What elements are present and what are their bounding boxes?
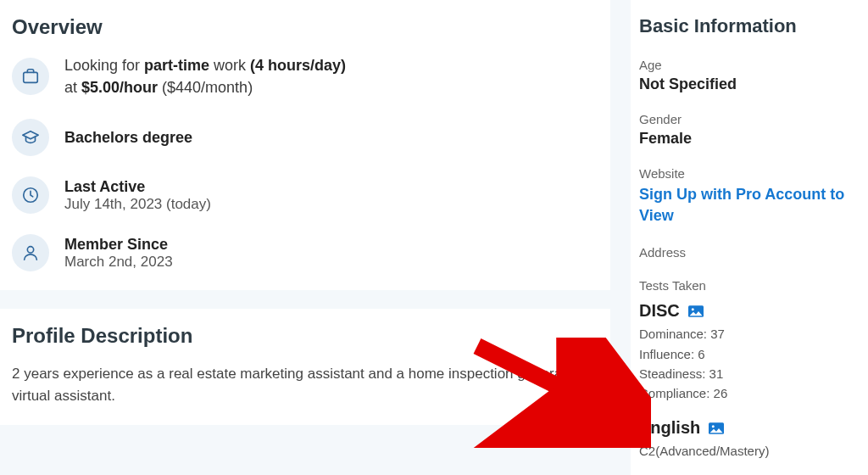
disc-test-name: DISC bbox=[639, 301, 680, 321]
website-signup-link[interactable]: Sign Up with Pro Account to View bbox=[639, 184, 860, 226]
graduation-cap-icon bbox=[12, 119, 49, 156]
member-since-value: March 2nd, 2023 bbox=[64, 254, 173, 271]
website-block: Website Sign Up with Pro Account to View bbox=[639, 166, 860, 226]
svg-rect-0 bbox=[24, 73, 38, 83]
clock-icon bbox=[12, 176, 49, 214]
age-label: Age bbox=[639, 58, 860, 72]
image-icon[interactable] bbox=[709, 422, 724, 434]
last-active-value: July 14th, 2023 (today) bbox=[64, 196, 211, 213]
profile-description-card: Profile Description 2 years experience a… bbox=[0, 309, 610, 425]
gender-label: Gender bbox=[639, 112, 860, 126]
website-label: Website bbox=[639, 166, 860, 181]
basic-information-panel: Basic Information Age Not Specified Gend… bbox=[631, 0, 868, 475]
tests-taken-label: Tests Taken bbox=[639, 278, 860, 293]
overview-row-education: Bachelors degree bbox=[12, 119, 593, 156]
looking-hours: (4 hours/day) bbox=[250, 57, 346, 74]
briefcase-icon bbox=[12, 58, 49, 95]
svg-point-2 bbox=[27, 247, 33, 253]
last-active-label: Last Active bbox=[64, 178, 211, 196]
overview-looking-text: Looking for part-time work (4 hours/day)… bbox=[64, 54, 346, 98]
gender-block: Gender Female bbox=[639, 112, 860, 148]
member-since-label: Member Since bbox=[64, 236, 173, 254]
english-test-block: English C2(Advanced/Mastery) bbox=[639, 418, 860, 461]
looking-middle: work bbox=[209, 57, 250, 74]
person-icon bbox=[12, 234, 49, 271]
disc-dominance: Dominance: 37 bbox=[639, 324, 860, 344]
gender-value: Female bbox=[639, 130, 860, 148]
english-test-name: English bbox=[639, 418, 700, 438]
looking-at: at bbox=[64, 79, 81, 96]
basic-information-title: Basic Information bbox=[639, 15, 860, 37]
looking-prefix: Looking for bbox=[64, 57, 144, 74]
disc-steadiness: Steadiness: 31 bbox=[639, 364, 860, 383]
overview-row-looking: Looking for part-time work (4 hours/day)… bbox=[12, 54, 593, 98]
disc-influence: Influence: 6 bbox=[639, 344, 860, 364]
overview-card: Overview Looking for part-time work (4 h… bbox=[0, 0, 610, 290]
english-level: C2(Advanced/Mastery) bbox=[639, 441, 860, 461]
image-icon[interactable] bbox=[688, 305, 704, 317]
address-label: Address bbox=[639, 245, 860, 260]
looking-rate: $5.00/hour bbox=[81, 79, 158, 96]
profile-description-body: 2 years experience as a real estate mark… bbox=[12, 363, 593, 406]
svg-point-4 bbox=[692, 308, 694, 310]
svg-point-6 bbox=[712, 425, 715, 428]
looking-emphasis: part-time bbox=[144, 57, 209, 74]
disc-compliance: Compliance: 26 bbox=[639, 383, 860, 403]
overview-row-last-active: Last Active July 14th, 2023 (today) bbox=[12, 176, 593, 214]
address-block: Address bbox=[639, 245, 860, 260]
age-value: Not Specified bbox=[639, 75, 860, 93]
disc-test-block: DISC Dominance: 37 Influence: 6 Steadine… bbox=[639, 301, 860, 403]
tests-taken-block: Tests Taken bbox=[639, 278, 860, 293]
profile-description-title: Profile Description bbox=[12, 324, 593, 348]
overview-title: Overview bbox=[12, 15, 593, 39]
looking-rate-suffix: ($440/month) bbox=[158, 79, 253, 96]
overview-row-member-since: Member Since March 2nd, 2023 bbox=[12, 234, 593, 271]
age-block: Age Not Specified bbox=[639, 58, 860, 93]
education-value: Bachelors degree bbox=[64, 129, 192, 147]
